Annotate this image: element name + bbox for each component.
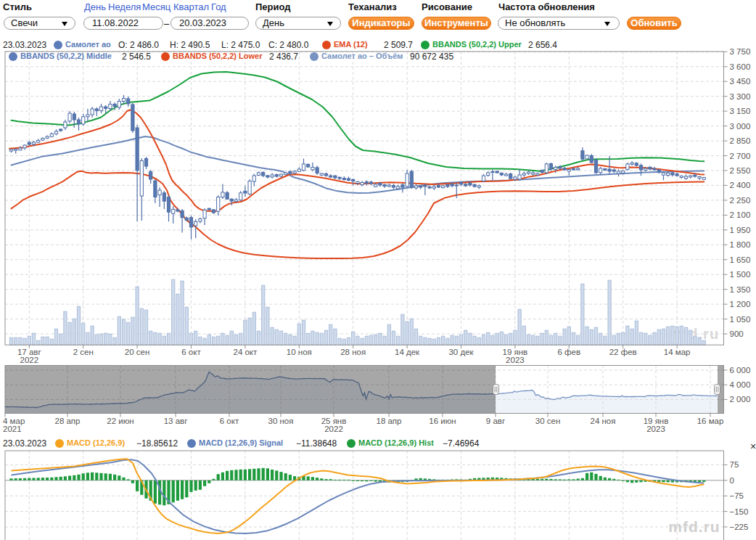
- svg-text:1 950: 1 950: [730, 226, 751, 234]
- svg-text:✕: ✕: [749, 442, 756, 451]
- svg-text:6 окт: 6 окт: [181, 348, 201, 356]
- svg-text:3 450: 3 450: [730, 77, 751, 86]
- svg-text:2 700: 2 700: [730, 152, 751, 160]
- svg-text:30 дек: 30 дек: [448, 348, 474, 356]
- svg-text:3 750: 3 750: [730, 47, 751, 56]
- svg-text:2 сен: 2 сен: [73, 348, 94, 356]
- svg-text:9 авг: 9 авг: [486, 417, 505, 425]
- svg-text:900: 900: [730, 330, 744, 338]
- svg-text:3 000: 3 000: [730, 122, 751, 131]
- svg-text:75: 75: [730, 460, 739, 469]
- svg-text:2 400: 2 400: [730, 181, 751, 189]
- svg-text:0: 0: [730, 476, 734, 485]
- svg-text:2023: 2023: [506, 356, 525, 364]
- svg-text:2 850: 2 850: [730, 136, 751, 145]
- svg-text:1 650: 1 650: [730, 255, 751, 264]
- svg-text:6 окт: 6 окт: [220, 417, 239, 425]
- svg-text:30 ноя: 30 ноя: [268, 417, 294, 425]
- svg-text:24 ноя: 24 ноя: [591, 417, 616, 425]
- svg-text:30 сен: 30 сен: [535, 417, 560, 425]
- svg-text:28 ноя: 28 ноя: [340, 348, 366, 356]
- svg-text:1 050: 1 050: [730, 315, 751, 324]
- svg-text:6 фев: 6 фев: [558, 348, 581, 356]
- svg-text:2021: 2021: [3, 425, 22, 433]
- svg-text:−150: −150: [730, 507, 749, 516]
- svg-text:2 250: 2 250: [730, 196, 751, 205]
- svg-text:3 600: 3 600: [730, 62, 751, 71]
- svg-text:16 мар: 16 мар: [697, 417, 724, 425]
- svg-text:4 000: 4 000: [730, 380, 751, 389]
- svg-text:−225: −225: [730, 523, 749, 531]
- svg-text:1 200: 1 200: [730, 300, 751, 308]
- svg-text:22 фев: 22 фев: [609, 348, 637, 356]
- svg-text:2 000: 2 000: [730, 395, 751, 404]
- svg-text:1 350: 1 350: [730, 285, 751, 294]
- svg-text:3 300: 3 300: [730, 92, 751, 101]
- svg-text:10 ноя: 10 ноя: [287, 348, 312, 356]
- svg-text:1 500: 1 500: [730, 270, 751, 279]
- svg-text:24 окт: 24 окт: [233, 348, 258, 356]
- svg-text:2 100: 2 100: [730, 210, 751, 219]
- svg-text:14 мар: 14 мар: [664, 348, 691, 356]
- svg-text:18 апр: 18 апр: [376, 417, 401, 425]
- svg-text:14 дек: 14 дек: [395, 348, 420, 356]
- svg-text:−75: −75: [730, 491, 744, 500]
- svg-text:2 550: 2 550: [730, 166, 751, 175]
- svg-text:13 авг: 13 авг: [164, 417, 188, 425]
- svg-text:2023: 2023: [646, 425, 665, 433]
- svg-text:3 150: 3 150: [730, 107, 751, 115]
- svg-text:20 сен: 20 сен: [125, 348, 149, 356]
- svg-text:6 000: 6 000: [730, 366, 751, 375]
- svg-text:22 июн: 22 июн: [107, 417, 133, 425]
- svg-text:28 апр: 28 апр: [54, 417, 80, 425]
- svg-text:16 июн: 16 июн: [429, 417, 456, 425]
- svg-text:2022: 2022: [324, 425, 343, 433]
- svg-text:2022: 2022: [20, 356, 39, 364]
- svg-text:1 800: 1 800: [730, 240, 751, 249]
